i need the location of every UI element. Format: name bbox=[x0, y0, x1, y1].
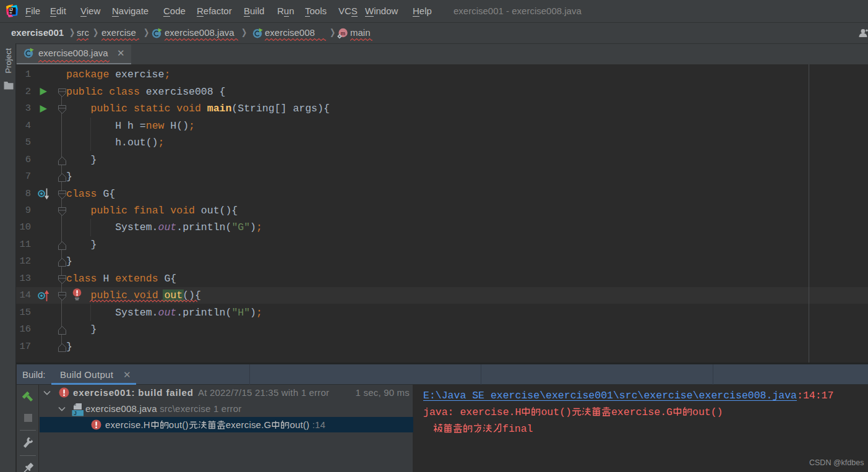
svg-text:m: m bbox=[341, 30, 346, 36]
svg-text:IJ: IJ bbox=[9, 7, 13, 12]
svg-text:J: J bbox=[74, 410, 77, 416]
